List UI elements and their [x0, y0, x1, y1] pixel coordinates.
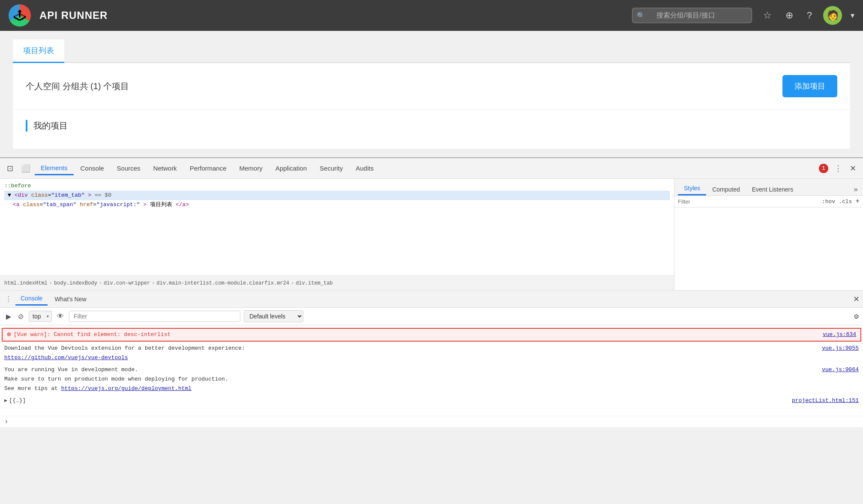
anchor-class-attr: class [23, 201, 39, 208]
tab-audits[interactable]: Audits [350, 162, 380, 174]
object-expand-icon[interactable]: ▶ [4, 396, 7, 405]
add-button[interactable]: ⊕ [783, 7, 796, 24]
error-count: 1 [822, 165, 825, 171]
tab-console[interactable]: Console [75, 162, 110, 174]
bc-div1[interactable]: div.con-wripper [104, 280, 150, 286]
tab-styles[interactable]: Styles [678, 182, 706, 195]
bc-div3[interactable]: div.item_tab [296, 280, 333, 286]
console-drag-handle[interactable]: ⋮ [3, 295, 14, 303]
bc-html[interactable]: html.indexHtml [4, 280, 48, 286]
element-attr-class: class [31, 192, 48, 198]
element-before-text: ::before [4, 183, 31, 189]
card-header-text: 个人空间 分组共 (1) 个项目 [26, 81, 129, 92]
console-input[interactable] [12, 419, 859, 425]
tab-performance[interactable]: Performance [184, 162, 233, 174]
elements-area: ::before ▼ <div class="item_tab" > == $0… [0, 179, 674, 276]
element-attr-value: "item_tab" [51, 192, 84, 198]
console-object-entry: ▶ [{…}] projectList.html:151 [0, 395, 863, 407]
object-link-ref[interactable]: projectList.html:151 [792, 396, 859, 405]
page-tabs: 项目列表 [13, 39, 850, 63]
tab-event-listeners[interactable]: Event Listeners [746, 183, 800, 195]
search-input[interactable] [648, 12, 751, 19]
anchor-close: > [143, 201, 147, 208]
anchor-content: 项目列表 [150, 201, 172, 208]
devtools-body: ::before ▼ <div class="item_tab" > == $0… [0, 179, 863, 290]
console-toolbar: ▶ ⊘ top 👁 Default levels ⚙ [0, 308, 863, 325]
breadcrumb: html.indexHtml › body.indexBody › div.co… [0, 276, 674, 290]
devmode-link-ref[interactable]: vue.js:9064 [822, 365, 859, 375]
tab-memory[interactable]: Memory [234, 162, 269, 174]
console-run-icon[interactable]: ▶ [4, 311, 13, 322]
levels-wrapper: Default levels [244, 310, 303, 322]
context-select[interactable]: top [29, 311, 52, 322]
tab-sources[interactable]: Sources [111, 162, 147, 174]
console-filter-input[interactable] [69, 311, 240, 322]
console-block-icon[interactable]: ⊘ [16, 311, 25, 322]
more-tabs-icon[interactable]: » [852, 184, 860, 195]
styles-content [674, 207, 863, 290]
avatar[interactable]: 🧑 [823, 6, 842, 25]
star-button[interactable]: ☆ [761, 7, 774, 24]
devtools-close-icon[interactable]: ✕ [846, 162, 860, 175]
tab-elements[interactable]: Elements [35, 162, 74, 175]
prompt-arrow-icon: › [4, 418, 9, 426]
app-logo: 🕹 [9, 4, 31, 27]
tab-application[interactable]: Application [270, 162, 313, 174]
levels-select[interactable]: Default levels [244, 310, 303, 322]
filter-plus[interactable]: + [855, 198, 860, 205]
card-header: 个人空间 分组共 (1) 个项目 添加项目 [13, 63, 850, 110]
help-button[interactable]: ? [804, 7, 815, 24]
add-project-button[interactable]: 添加项目 [782, 75, 837, 97]
element-line-2[interactable]: ▼ <div class="item_tab" > == $0 [4, 191, 670, 200]
element-picker-icon[interactable]: ⊡ [3, 162, 17, 175]
console-object-text[interactable]: [{…}] [9, 396, 783, 405]
section-title: 我的项目 [26, 120, 837, 132]
top-nav: 🕹 API RUNNER 🔍 ☆ ⊕ ? 🧑 ▾ [0, 0, 863, 31]
anchor-href-attr: href [80, 201, 93, 208]
console-tab-console[interactable]: Console [15, 292, 48, 306]
devtools-link[interactable]: https://github.com/vuejs/vue-devtools [4, 354, 128, 361]
console-tab-bar: ⋮ Console What's New ✕ [0, 291, 863, 308]
tab-security[interactable]: Security [314, 162, 349, 174]
element-dollar: == $0 [95, 192, 111, 198]
tab-computed[interactable]: Computed [706, 183, 746, 195]
chevron-down-icon[interactable]: ▾ [851, 11, 854, 20]
filter-hov[interactable]: :hov [822, 198, 835, 205]
devtools-link-ref[interactable]: vue.js:9055 [822, 344, 859, 353]
filter-cls[interactable]: .cls [839, 198, 852, 205]
bc-body[interactable]: body.indexBody [54, 280, 97, 286]
styles-panel: Styles Computed Event Listeners » :hov .… [674, 179, 863, 290]
console-panel: ⋮ Console What's New ✕ ▶ ⊘ top 👁 Default… [0, 290, 863, 427]
anchor-end-tag: </a> [176, 201, 189, 208]
deployment-link[interactable]: https://vuejs.org/guide/deployment.html [61, 385, 192, 392]
context-select-wrapper: top [29, 311, 52, 322]
console-content: ⊗ [Vue warn]: Cannot find element: desc-… [0, 325, 863, 416]
console-gear-icon[interactable]: ⚙ [854, 312, 859, 321]
console-tab-whatsnew[interactable]: What's New [49, 293, 91, 305]
console-devmode-entry: You are running Vue in development mode.… [0, 364, 863, 395]
anchor-class-val: "tab_span" [43, 201, 76, 208]
anchor-tag: <a [13, 201, 23, 208]
search-box: 🔍 [632, 8, 752, 23]
expand-icon: ▼ [8, 192, 11, 198]
tab-project-list[interactable]: 项目列表 [13, 39, 64, 63]
element-tag: <div [15, 192, 31, 198]
anchor-href-val: "javascript:" [96, 201, 140, 208]
eye-icon[interactable]: 👁 [55, 311, 66, 322]
styles-filter-bar: :hov .cls + [674, 196, 863, 207]
vue-warn-link[interactable]: vue.js:634 [823, 330, 856, 339]
devtools-more-icon[interactable]: ⋮ [831, 162, 845, 175]
console-close-button[interactable]: ✕ [853, 294, 860, 304]
styles-filter-input[interactable] [678, 198, 818, 205]
search-icon: 🔍 [637, 12, 645, 20]
app-title: API RUNNER [39, 9, 108, 21]
search-wrapper: 🔍 [632, 8, 752, 23]
tab-network[interactable]: Network [147, 162, 183, 174]
console-devtools-entry: Download the Vue Devtools extension for … [0, 342, 863, 364]
vue-warn-text: [Vue warn]: Cannot find element: desc-in… [14, 331, 171, 338]
console-prompt: › [0, 416, 863, 427]
device-toolbar-icon[interactable]: ⬜ [18, 162, 34, 175]
error-badge: 1 [819, 164, 828, 173]
bc-div2[interactable]: div.main-interlist.com-module.clearfix.m… [156, 280, 289, 286]
styles-tab-bar: Styles Computed Event Listeners » [674, 179, 863, 196]
